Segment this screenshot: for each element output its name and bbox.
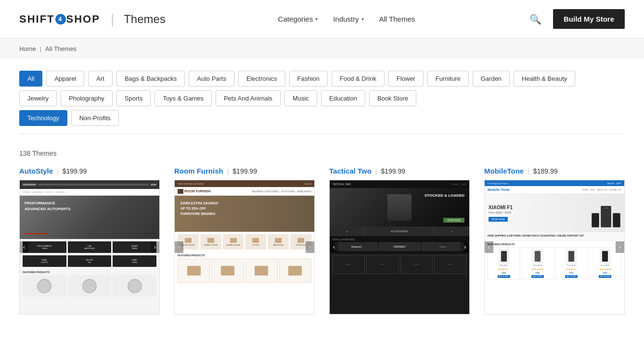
nav-all-themes[interactable]: All Themes <box>379 15 415 23</box>
preview-next-button[interactable]: › <box>461 241 469 253</box>
theme-price-mobiletone: $189.99 <box>533 167 558 175</box>
filter-btn-garden[interactable]: Garden <box>473 71 510 87</box>
logo-themes: Themes <box>124 13 166 26</box>
nav-industry-label: Industry <box>333 15 359 23</box>
theme-name-autostyle[interactable]: AutoStyle <box>19 167 53 175</box>
nav-categories[interactable]: Categories ▾ <box>278 15 318 23</box>
theme-header-autostyle: AutoStyle|$199.99 <box>19 167 160 175</box>
theme-preview-mobiletone: Free Shipping & Returns SIGN IN CART Mob… <box>484 180 625 314</box>
header: SHIFT 4 SHOP | Themes Categories ▾ Indus… <box>0 0 644 38</box>
logo-text-shift: SHIFT <box>19 13 55 25</box>
filter-btn-bags[interactable]: Bags & Backpacks <box>116 71 185 87</box>
theme-preview-autostyle: PROFORMANCEADVANCED AUTOPARTS PERFORMANC… <box>19 180 160 314</box>
breadcrumb-separator: | <box>40 45 41 52</box>
preview-prev-button[interactable]: ‹ <box>330 241 338 253</box>
themes-grid: AutoStyle|$199.99 PROFORMANCEADVANCED AU… <box>19 167 625 314</box>
search-icon: 🔍 <box>529 14 541 25</box>
header-right: 🔍 Build My Store <box>528 9 625 29</box>
preview-next-button[interactable]: › <box>151 241 159 253</box>
nav-all-themes-label: All Themes <box>379 15 415 23</box>
preview-prev-button[interactable]: ‹ <box>485 241 493 253</box>
nav-categories-label: Categories <box>278 15 313 23</box>
filter-btn-auto[interactable]: Auto Parts <box>189 71 234 87</box>
search-button[interactable]: 🔍 <box>528 12 543 27</box>
filter-btn-jewelry[interactable]: Jewelry <box>19 90 57 106</box>
filter-btn-nonprofits[interactable]: Non-Profits <box>71 110 119 126</box>
theme-price-autostyle: $199.99 <box>63 167 87 175</box>
theme-name-tactical[interactable]: Tactical Two <box>329 167 372 175</box>
preview-prev-button[interactable]: ‹ <box>175 241 183 253</box>
header-left: SHIFT 4 SHOP | Themes <box>19 12 166 27</box>
theme-header-tactical: Tactical Two|$199.99 <box>329 167 470 175</box>
filter-btn-apparel[interactable]: Apparel <box>46 71 84 87</box>
theme-name-mobiletone[interactable]: MobileTone <box>484 167 524 175</box>
themes-count: 138 Themes <box>19 150 625 157</box>
nav-industry[interactable]: Industry ▾ <box>333 15 363 23</box>
filter-btn-education[interactable]: Education <box>321 90 365 106</box>
theme-price-roomfurnish: $199.99 <box>232 167 257 175</box>
theme-name-roomfurnish[interactable]: Room Furnish <box>174 167 223 175</box>
filter-btn-toys[interactable]: Toys & Games <box>155 90 212 106</box>
filter-btn-music[interactable]: Music <box>284 90 317 106</box>
filter-row-1: JewelryPhotographySportsToys & GamesPets… <box>19 90 625 106</box>
theme-card-autostyle[interactable]: AutoStyle|$199.99 PROFORMANCEADVANCED AU… <box>19 167 160 314</box>
filter-area: AllApparelArtBags & BackpacksAuto PartsE… <box>0 59 644 138</box>
theme-separator: | <box>528 167 529 175</box>
filter-btn-fashion[interactable]: Fashion <box>289 71 328 87</box>
header-nav: Categories ▾ Industry ▾ All Themes <box>278 15 415 23</box>
theme-header-roomfurnish: Room Furnish|$199.99 <box>174 167 315 175</box>
theme-separator: | <box>57 167 59 175</box>
site-logo[interactable]: SHIFT 4 SHOP <box>19 13 100 25</box>
theme-preview-roomfurnish: FREE SHIPPING | RETURNS SIGN IN ROOM FUR… <box>174 180 315 314</box>
main-content: 138 Themes AutoStyle|$199.99 PROFORMANCE… <box>0 138 644 326</box>
theme-card-roomfurnish[interactable]: Room Furnish|$199.99 FREE SHIPPING | RET… <box>174 167 315 314</box>
filter-btn-technology[interactable]: Technology <box>19 110 67 126</box>
theme-card-mobiletone[interactable]: MobileTone|$189.99 Free Shipping & Retur… <box>484 167 625 314</box>
theme-separator: | <box>375 167 377 175</box>
filter-btn-all[interactable]: All <box>19 71 42 87</box>
theme-price-tactical: $199.99 <box>381 167 405 175</box>
filter-btn-art[interactable]: Art <box>88 71 113 87</box>
breadcrumb: Home | All Themes <box>0 38 644 59</box>
logo-circle: 4 <box>55 14 66 25</box>
theme-header-mobiletone: MobileTone|$189.99 <box>484 167 625 175</box>
filter-btn-bookstore[interactable]: Book Store <box>369 90 416 106</box>
filter-btn-food[interactable]: Food & Drink <box>332 71 385 87</box>
preview-prev-button[interactable]: ‹ <box>20 241 28 253</box>
filter-row-0: AllApparelArtBags & BackpacksAuto PartsE… <box>19 71 625 87</box>
filter-btn-furniture[interactable]: Furniture <box>427 71 469 87</box>
preview-next-button[interactable]: › <box>306 241 314 253</box>
theme-separator: | <box>227 167 229 175</box>
filter-divider <box>19 134 625 134</box>
filter-btn-electronics[interactable]: Electronics <box>238 71 285 87</box>
filter-btn-photography[interactable]: Photography <box>61 90 113 106</box>
logo-text-shop: SHOP <box>66 13 100 25</box>
filter-row-2: TechnologyNon-Profits <box>19 110 625 126</box>
chevron-down-icon: ▾ <box>361 16 364 22</box>
theme-card-tactical[interactable]: Tactical Two|$199.99 TACTICAL TWO SIGN I… <box>329 167 470 314</box>
build-my-store-button[interactable]: Build My Store <box>553 9 625 29</box>
filter-btn-health[interactable]: Health & Beauty <box>514 71 575 87</box>
preview-next-button[interactable]: › <box>616 241 624 253</box>
breadcrumb-home[interactable]: Home <box>19 45 36 52</box>
filter-btn-pets[interactable]: Pets And Animals <box>216 90 281 106</box>
filter-btn-sports[interactable]: Sports <box>116 90 151 106</box>
theme-preview-tactical: TACTICAL TWO SIGN IN CART STOCKED & LOAD… <box>329 180 470 314</box>
chevron-down-icon: ▾ <box>315 16 318 22</box>
breadcrumb-current: All Themes <box>45 45 77 52</box>
logo-divider: | <box>111 12 114 27</box>
filter-btn-flower[interactable]: Flower <box>388 71 424 87</box>
